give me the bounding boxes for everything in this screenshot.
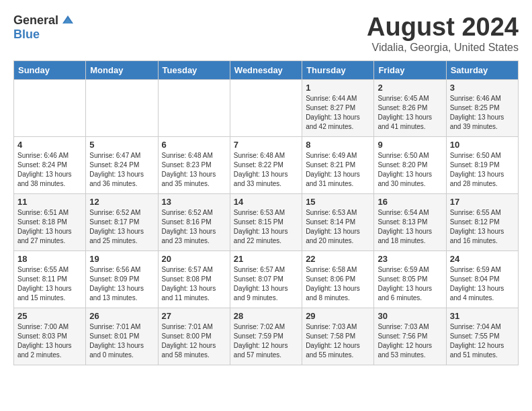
day-info: Sunrise: 6:44 AM Sunset: 8:27 PM Dayligh…: [306, 94, 370, 132]
day-info: Sunrise: 7:04 AM Sunset: 7:55 PM Dayligh…: [450, 322, 515, 360]
calendar-cell: 26Sunrise: 7:01 AM Sunset: 8:01 PM Dayli…: [86, 308, 158, 365]
day-info: Sunrise: 7:00 AM Sunset: 8:03 PM Dayligh…: [17, 322, 82, 360]
day-number: 13: [162, 197, 226, 207]
day-number: 4: [17, 140, 82, 150]
calendar-cell: 11Sunrise: 6:51 AM Sunset: 8:18 PM Dayli…: [14, 193, 86, 250]
calendar-week-row: 4Sunrise: 6:46 AM Sunset: 8:24 PM Daylig…: [14, 136, 519, 193]
calendar-cell: 4Sunrise: 6:46 AM Sunset: 8:24 PM Daylig…: [14, 136, 86, 193]
day-info: Sunrise: 6:50 AM Sunset: 8:19 PM Dayligh…: [450, 151, 515, 189]
logo-icon: [61, 14, 75, 28]
day-number: 14: [234, 197, 298, 207]
day-number: 1: [306, 83, 370, 93]
day-info: Sunrise: 6:55 AM Sunset: 8:11 PM Dayligh…: [17, 265, 82, 303]
day-info: Sunrise: 6:58 AM Sunset: 8:06 PM Dayligh…: [306, 265, 370, 303]
calendar-cell: 20Sunrise: 6:57 AM Sunset: 8:08 PM Dayli…: [158, 250, 230, 308]
calendar-cell: 18Sunrise: 6:55 AM Sunset: 8:11 PM Dayli…: [14, 250, 86, 308]
day-number: 6: [162, 140, 226, 150]
day-number: 29: [306, 311, 370, 321]
day-number: 8: [306, 140, 370, 150]
calendar-week-row: 11Sunrise: 6:51 AM Sunset: 8:18 PM Dayli…: [14, 193, 519, 250]
day-info: Sunrise: 6:57 AM Sunset: 8:08 PM Dayligh…: [162, 265, 226, 303]
day-info: Sunrise: 6:59 AM Sunset: 8:05 PM Dayligh…: [378, 265, 442, 303]
calendar-cell: 30Sunrise: 7:03 AM Sunset: 7:56 PM Dayli…: [374, 308, 446, 365]
calendar-cell: 9Sunrise: 6:50 AM Sunset: 8:20 PM Daylig…: [374, 136, 446, 193]
day-info: Sunrise: 7:01 AM Sunset: 8:01 PM Dayligh…: [89, 322, 154, 360]
calendar-cell: 5Sunrise: 6:47 AM Sunset: 8:24 PM Daylig…: [86, 136, 158, 193]
day-info: Sunrise: 6:53 AM Sunset: 8:15 PM Dayligh…: [234, 208, 298, 246]
calendar-week-row: 25Sunrise: 7:00 AM Sunset: 8:03 PM Dayli…: [14, 308, 519, 365]
day-info: Sunrise: 6:59 AM Sunset: 8:04 PM Dayligh…: [450, 265, 515, 303]
logo-blue-text: Blue: [13, 28, 40, 41]
calendar-cell: 29Sunrise: 7:03 AM Sunset: 7:58 PM Dayli…: [302, 308, 374, 365]
weekday-header-sunday: Sunday: [14, 60, 86, 79]
day-number: 23: [378, 254, 442, 264]
day-number: 22: [306, 254, 370, 264]
day-info: Sunrise: 6:57 AM Sunset: 8:07 PM Dayligh…: [234, 265, 298, 303]
day-number: 27: [162, 311, 226, 321]
day-number: 12: [89, 197, 154, 207]
day-number: 19: [89, 254, 154, 264]
day-info: Sunrise: 6:50 AM Sunset: 8:20 PM Dayligh…: [378, 151, 442, 189]
day-info: Sunrise: 7:03 AM Sunset: 7:58 PM Dayligh…: [306, 322, 370, 360]
day-info: Sunrise: 6:46 AM Sunset: 8:24 PM Dayligh…: [17, 151, 82, 189]
calendar-cell: 14Sunrise: 6:53 AM Sunset: 8:15 PM Dayli…: [230, 193, 302, 250]
day-number: 25: [17, 311, 82, 321]
calendar-cell: 24Sunrise: 6:59 AM Sunset: 8:04 PM Dayli…: [446, 250, 518, 308]
day-number: 15: [306, 197, 370, 207]
calendar-cell: 2Sunrise: 6:45 AM Sunset: 8:26 PM Daylig…: [374, 79, 446, 136]
calendar-cell: [230, 79, 302, 136]
day-info: Sunrise: 7:03 AM Sunset: 7:56 PM Dayligh…: [378, 322, 442, 360]
day-number: 18: [17, 254, 82, 264]
day-info: Sunrise: 6:56 AM Sunset: 8:09 PM Dayligh…: [89, 265, 154, 303]
day-info: Sunrise: 6:46 AM Sunset: 8:25 PM Dayligh…: [450, 94, 515, 132]
day-info: Sunrise: 6:45 AM Sunset: 8:26 PM Dayligh…: [378, 94, 442, 132]
day-number: 17: [450, 197, 515, 207]
calendar-cell: [86, 79, 158, 136]
weekday-header-monday: Monday: [86, 60, 158, 79]
day-number: 9: [378, 140, 442, 150]
calendar-cell: 15Sunrise: 6:53 AM Sunset: 8:14 PM Dayli…: [302, 193, 374, 250]
calendar-cell: [14, 79, 86, 136]
day-number: 30: [378, 311, 442, 321]
day-info: Sunrise: 6:48 AM Sunset: 8:23 PM Dayligh…: [162, 151, 226, 189]
day-number: 7: [234, 140, 298, 150]
month-title: August 2024: [367, 13, 519, 42]
location-text: Vidalia, Georgia, United States: [367, 42, 519, 54]
calendar-cell: 23Sunrise: 6:59 AM Sunset: 8:05 PM Dayli…: [374, 250, 446, 308]
day-info: Sunrise: 7:01 AM Sunset: 8:00 PM Dayligh…: [162, 322, 226, 360]
day-number: 28: [234, 311, 298, 321]
day-info: Sunrise: 7:02 AM Sunset: 7:59 PM Dayligh…: [234, 322, 298, 360]
day-number: 5: [89, 140, 154, 150]
calendar-cell: 16Sunrise: 6:54 AM Sunset: 8:13 PM Dayli…: [374, 193, 446, 250]
weekday-header-thursday: Thursday: [302, 60, 374, 79]
day-number: 2: [378, 83, 442, 93]
calendar-cell: 31Sunrise: 7:04 AM Sunset: 7:55 PM Dayli…: [446, 308, 518, 365]
calendar-cell: 12Sunrise: 6:52 AM Sunset: 8:17 PM Dayli…: [86, 193, 158, 250]
weekday-header-row: SundayMondayTuesdayWednesdayThursdayFrid…: [14, 60, 519, 79]
weekday-header-saturday: Saturday: [446, 60, 518, 79]
page-header: General Blue August 2024 Vidalia, Georgi…: [13, 13, 519, 54]
day-number: 10: [450, 140, 515, 150]
day-number: 24: [450, 254, 515, 264]
day-info: Sunrise: 6:52 AM Sunset: 8:17 PM Dayligh…: [89, 208, 154, 246]
calendar-week-row: 18Sunrise: 6:55 AM Sunset: 8:11 PM Dayli…: [14, 250, 519, 308]
title-section: August 2024 Vidalia, Georgia, United Sta…: [367, 13, 519, 54]
logo: General Blue: [13, 13, 75, 42]
day-info: Sunrise: 6:51 AM Sunset: 8:18 PM Dayligh…: [17, 208, 82, 246]
weekday-header-tuesday: Tuesday: [158, 60, 230, 79]
calendar-table: SundayMondayTuesdayWednesdayThursdayFrid…: [13, 60, 519, 365]
calendar-cell: 3Sunrise: 6:46 AM Sunset: 8:25 PM Daylig…: [446, 79, 518, 136]
calendar-cell: 10Sunrise: 6:50 AM Sunset: 8:19 PM Dayli…: [446, 136, 518, 193]
weekday-header-wednesday: Wednesday: [230, 60, 302, 79]
calendar-cell: 27Sunrise: 7:01 AM Sunset: 8:00 PM Dayli…: [158, 308, 230, 365]
calendar-cell: 22Sunrise: 6:58 AM Sunset: 8:06 PM Dayli…: [302, 250, 374, 308]
calendar-week-row: 1Sunrise: 6:44 AM Sunset: 8:27 PM Daylig…: [14, 79, 519, 136]
day-info: Sunrise: 6:48 AM Sunset: 8:22 PM Dayligh…: [234, 151, 298, 189]
calendar-cell: 6Sunrise: 6:48 AM Sunset: 8:23 PM Daylig…: [158, 136, 230, 193]
logo-general-text: General: [13, 13, 58, 28]
calendar-cell: 19Sunrise: 6:56 AM Sunset: 8:09 PM Dayli…: [86, 250, 158, 308]
day-number: 26: [89, 311, 154, 321]
day-number: 3: [450, 83, 515, 93]
day-info: Sunrise: 6:52 AM Sunset: 8:16 PM Dayligh…: [162, 208, 226, 246]
day-number: 16: [378, 197, 442, 207]
